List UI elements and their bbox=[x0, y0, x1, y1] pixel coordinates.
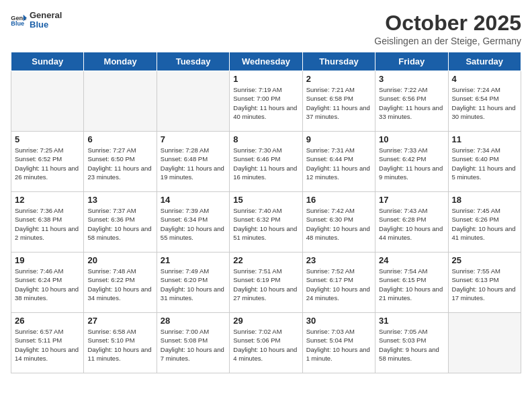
cell-info: Sunrise: 7:02 AM Sunset: 5:06 PM Dayligh… bbox=[233, 327, 298, 363]
calendar-subtitle: Geislingen an der Steige, Germany bbox=[374, 36, 521, 46]
cal-cell: 4Sunrise: 7:24 AM Sunset: 6:54 PM Daylig… bbox=[448, 71, 521, 132]
cal-cell: 14Sunrise: 7:39 AM Sunset: 6:34 PM Dayli… bbox=[157, 192, 229, 253]
cell-info: Sunrise: 7:36 AM Sunset: 6:38 PM Dayligh… bbox=[15, 206, 80, 242]
cell-info: Sunrise: 7:30 AM Sunset: 6:46 PM Dayligh… bbox=[233, 146, 298, 181]
cal-cell: 27Sunrise: 6:58 AM Sunset: 5:10 PM Dayli… bbox=[84, 313, 157, 373]
date-number: 7 bbox=[161, 134, 226, 144]
date-number: 19 bbox=[15, 255, 80, 265]
date-number: 29 bbox=[233, 316, 298, 326]
cal-cell: 9Sunrise: 7:31 AM Sunset: 6:44 PM Daylig… bbox=[302, 132, 375, 192]
cal-cell: 30Sunrise: 7:03 AM Sunset: 5:04 PM Dayli… bbox=[302, 313, 375, 373]
cal-cell: 25Sunrise: 7:55 AM Sunset: 6:13 PM Dayli… bbox=[448, 253, 521, 313]
cell-info: Sunrise: 7:22 AM Sunset: 6:56 PM Dayligh… bbox=[379, 85, 444, 121]
date-number: 25 bbox=[452, 255, 517, 265]
date-number: 1 bbox=[233, 74, 298, 84]
cal-cell: 3Sunrise: 7:22 AM Sunset: 6:56 PM Daylig… bbox=[375, 71, 448, 132]
cal-cell bbox=[448, 313, 521, 373]
cal-cell: 19Sunrise: 7:46 AM Sunset: 6:24 PM Dayli… bbox=[11, 253, 84, 313]
calendar-title: October 2025 bbox=[374, 11, 521, 36]
cell-info: Sunrise: 7:46 AM Sunset: 6:24 PM Dayligh… bbox=[15, 267, 80, 302]
day-header-thursday: Thursday bbox=[302, 52, 375, 71]
date-number: 24 bbox=[379, 255, 444, 265]
date-number: 18 bbox=[452, 195, 517, 205]
week-row-1: 1Sunrise: 7:19 AM Sunset: 7:00 PM Daylig… bbox=[11, 71, 521, 132]
day-header-friday: Friday bbox=[375, 52, 448, 71]
cal-cell: 23Sunrise: 7:52 AM Sunset: 6:17 PM Dayli… bbox=[302, 253, 375, 313]
cell-info: Sunrise: 7:55 AM Sunset: 6:13 PM Dayligh… bbox=[452, 267, 517, 302]
date-number: 17 bbox=[379, 195, 444, 205]
cal-cell: 28Sunrise: 7:00 AM Sunset: 5:08 PM Dayli… bbox=[157, 313, 229, 373]
cal-cell: 26Sunrise: 6:57 AM Sunset: 5:11 PM Dayli… bbox=[11, 313, 84, 373]
logo-general: General bbox=[30, 11, 62, 20]
cal-cell: 6Sunrise: 7:27 AM Sunset: 6:50 PM Daylig… bbox=[84, 132, 157, 192]
date-number: 2 bbox=[306, 74, 371, 84]
cell-info: Sunrise: 7:34 AM Sunset: 6:40 PM Dayligh… bbox=[452, 146, 517, 181]
cell-info: Sunrise: 7:39 AM Sunset: 6:34 PM Dayligh… bbox=[161, 206, 226, 242]
day-header-saturday: Saturday bbox=[448, 52, 521, 71]
day-header-wednesday: Wednesday bbox=[230, 52, 302, 71]
cell-info: Sunrise: 7:21 AM Sunset: 6:58 PM Dayligh… bbox=[306, 85, 371, 121]
svg-text:Blue: Blue bbox=[11, 21, 24, 28]
day-header-monday: Monday bbox=[84, 52, 157, 71]
date-number: 6 bbox=[87, 134, 152, 144]
cal-cell: 13Sunrise: 7:37 AM Sunset: 6:36 PM Dayli… bbox=[84, 192, 157, 253]
date-number: 16 bbox=[306, 195, 371, 205]
date-number: 21 bbox=[161, 255, 226, 265]
date-number: 27 bbox=[87, 316, 152, 326]
date-number: 23 bbox=[306, 255, 371, 265]
date-number: 26 bbox=[15, 316, 80, 326]
cell-info: Sunrise: 7:24 AM Sunset: 6:54 PM Dayligh… bbox=[452, 85, 517, 121]
cell-info: Sunrise: 7:48 AM Sunset: 6:22 PM Dayligh… bbox=[87, 267, 152, 302]
cell-info: Sunrise: 7:43 AM Sunset: 6:28 PM Dayligh… bbox=[379, 206, 444, 242]
week-row-2: 5Sunrise: 7:25 AM Sunset: 6:52 PM Daylig… bbox=[11, 132, 521, 192]
date-number: 14 bbox=[161, 195, 226, 205]
calendar-body: 1Sunrise: 7:19 AM Sunset: 7:00 PM Daylig… bbox=[11, 71, 521, 373]
cal-cell: 22Sunrise: 7:51 AM Sunset: 6:19 PM Dayli… bbox=[230, 253, 302, 313]
date-number: 9 bbox=[306, 134, 371, 144]
cell-info: Sunrise: 7:28 AM Sunset: 6:48 PM Dayligh… bbox=[161, 146, 226, 181]
cal-cell: 21Sunrise: 7:49 AM Sunset: 6:20 PM Dayli… bbox=[157, 253, 229, 313]
week-row-4: 19Sunrise: 7:46 AM Sunset: 6:24 PM Dayli… bbox=[11, 253, 521, 313]
cell-info: Sunrise: 7:45 AM Sunset: 6:26 PM Dayligh… bbox=[452, 206, 517, 242]
cal-cell: 16Sunrise: 7:42 AM Sunset: 6:30 PM Dayli… bbox=[302, 192, 375, 253]
date-number: 8 bbox=[233, 134, 298, 144]
logo-icon: General Blue bbox=[11, 13, 27, 27]
day-header-row: SundayMondayTuesdayWednesdayThursdayFrid… bbox=[11, 52, 521, 71]
title-section: October 2025 Geislingen an der Steige, G… bbox=[374, 11, 521, 46]
cal-cell: 10Sunrise: 7:33 AM Sunset: 6:42 PM Dayli… bbox=[375, 132, 448, 192]
calendar-table: SundayMondayTuesdayWednesdayThursdayFrid… bbox=[11, 52, 521, 373]
cell-info: Sunrise: 6:57 AM Sunset: 5:11 PM Dayligh… bbox=[15, 327, 80, 363]
day-header-sunday: Sunday bbox=[11, 52, 84, 71]
cell-info: Sunrise: 7:19 AM Sunset: 7:00 PM Dayligh… bbox=[233, 85, 298, 121]
date-number: 22 bbox=[233, 255, 298, 265]
cell-info: Sunrise: 7:52 AM Sunset: 6:17 PM Dayligh… bbox=[306, 267, 371, 302]
cell-info: Sunrise: 7:27 AM Sunset: 6:50 PM Dayligh… bbox=[87, 146, 152, 181]
date-number: 10 bbox=[379, 134, 444, 144]
cell-info: Sunrise: 7:49 AM Sunset: 6:20 PM Dayligh… bbox=[161, 267, 226, 302]
date-number: 28 bbox=[161, 316, 226, 326]
cell-info: Sunrise: 7:25 AM Sunset: 6:52 PM Dayligh… bbox=[15, 146, 80, 181]
cell-info: Sunrise: 7:33 AM Sunset: 6:42 PM Dayligh… bbox=[379, 146, 444, 181]
date-number: 20 bbox=[87, 255, 152, 265]
cell-info: Sunrise: 7:31 AM Sunset: 6:44 PM Dayligh… bbox=[306, 146, 371, 181]
cal-cell: 17Sunrise: 7:43 AM Sunset: 6:28 PM Dayli… bbox=[375, 192, 448, 253]
cal-cell: 5Sunrise: 7:25 AM Sunset: 6:52 PM Daylig… bbox=[11, 132, 84, 192]
date-number: 4 bbox=[452, 74, 517, 84]
date-number: 11 bbox=[452, 134, 517, 144]
date-number: 12 bbox=[15, 195, 80, 205]
date-number: 30 bbox=[306, 316, 371, 326]
week-row-3: 12Sunrise: 7:36 AM Sunset: 6:38 PM Dayli… bbox=[11, 192, 521, 253]
date-number: 13 bbox=[87, 195, 152, 205]
cell-info: Sunrise: 7:51 AM Sunset: 6:19 PM Dayligh… bbox=[233, 267, 298, 302]
cal-cell: 11Sunrise: 7:34 AM Sunset: 6:40 PM Dayli… bbox=[448, 132, 521, 192]
cell-info: Sunrise: 7:42 AM Sunset: 6:30 PM Dayligh… bbox=[306, 206, 371, 242]
day-header-tuesday: Tuesday bbox=[157, 52, 229, 71]
cal-cell: 15Sunrise: 7:40 AM Sunset: 6:32 PM Dayli… bbox=[230, 192, 302, 253]
logo: General Blue General Blue bbox=[11, 11, 62, 30]
header: General Blue General Blue October 2025 G… bbox=[11, 11, 521, 46]
cal-cell: 12Sunrise: 7:36 AM Sunset: 6:38 PM Dayli… bbox=[11, 192, 84, 253]
cell-info: Sunrise: 7:37 AM Sunset: 6:36 PM Dayligh… bbox=[87, 206, 152, 242]
cell-info: Sunrise: 7:03 AM Sunset: 5:04 PM Dayligh… bbox=[306, 327, 371, 363]
cell-info: Sunrise: 7:54 AM Sunset: 6:15 PM Dayligh… bbox=[379, 267, 444, 302]
cal-cell: 18Sunrise: 7:45 AM Sunset: 6:26 PM Dayli… bbox=[448, 192, 521, 253]
